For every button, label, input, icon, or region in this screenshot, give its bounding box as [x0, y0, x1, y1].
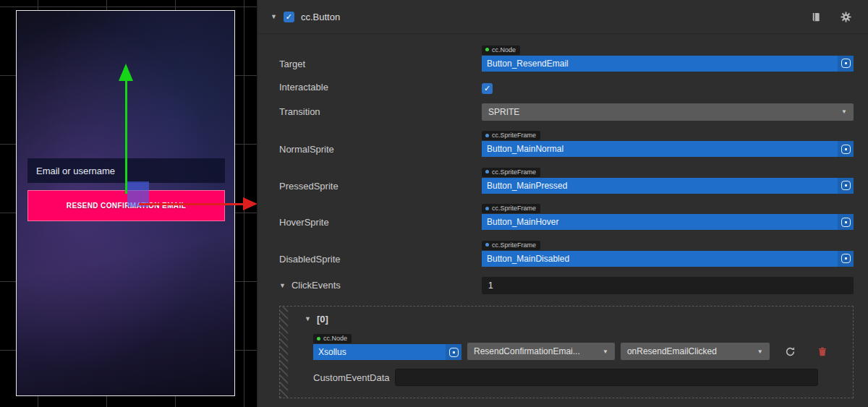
event-handler-dropdown[interactable]: onResendEmailClicked ▼ — [621, 343, 770, 360]
book-icon — [810, 12, 821, 22]
chevron-down-icon: ▼ — [752, 348, 763, 355]
help-docs-icon[interactable] — [807, 8, 823, 25]
event-component-dropdown[interactable]: ResendConfirmationEmai... ▼ — [467, 343, 615, 360]
inspector-panel: ▼ ✓ cc.Button — [257, 0, 868, 407]
normal-sprite-picker-icon[interactable] — [838, 141, 854, 157]
pressed-sprite-picker-icon[interactable] — [838, 178, 854, 194]
custom-event-data-label: CustomEventData — [313, 372, 395, 383]
target-node-picker-icon[interactable] — [838, 56, 854, 72]
property-row-pressed-sprite: PressedSprite cc.SpriteFrame Button_Main… — [279, 163, 854, 194]
gear-icon — [841, 12, 851, 22]
pressed-sprite-label: PressedSprite — [279, 181, 482, 194]
transition-dropdown[interactable]: SPRITE ▼ — [482, 103, 854, 121]
event-0-title: [0] — [317, 314, 328, 325]
spriteframe-type-dot-icon — [485, 170, 489, 173]
collapse-component-icon[interactable]: ▼ — [271, 13, 277, 20]
node-type-dot-icon — [317, 337, 320, 340]
click-events-label: ClickEvents — [292, 280, 341, 291]
event-node-picker-icon[interactable] — [446, 344, 461, 360]
trash-icon — [817, 346, 827, 357]
target-label: Target — [279, 59, 482, 72]
normal-sprite-label: NormalSprite — [279, 144, 482, 157]
normal-sprite-type-badge: cc.SpriteFrame — [482, 131, 540, 140]
click-event-0-block: ▼ [0] cc.Node Xsollus — [279, 306, 854, 399]
component-header: ▼ ✓ cc.Button — [258, 0, 868, 34]
gizmo-y-axis-arrowhead-icon[interactable] — [119, 64, 133, 81]
hover-sprite-type-badge: cc.SpriteFrame — [482, 204, 540, 213]
delete-event-button[interactable] — [814, 343, 830, 360]
property-row-disabled-sprite: DisabledSprite cc.SpriteFrame Button_Mai… — [279, 236, 854, 267]
property-row-target: Target cc.Node Button_ResendEmail — [279, 41, 854, 72]
custom-event-data-row: CustomEventData — [299, 369, 843, 386]
email-input-placeholder: Email or username — [36, 166, 115, 176]
property-row-click-events: ▼ ClickEvents 1 — [279, 277, 854, 294]
component-settings-icon[interactable] — [838, 8, 854, 25]
component-enabled-checkbox[interactable]: ✓ — [284, 12, 294, 22]
gizmo-x-axis-arrow[interactable] — [139, 203, 244, 205]
property-row-normal-sprite: NormalSprite cc.SpriteFrame Button_MainN… — [279, 127, 854, 158]
node-type-dot-icon — [485, 48, 489, 51]
component-title: cc.Button — [301, 12, 340, 22]
interactable-label: Interactable — [279, 82, 482, 93]
disabled-sprite-picker-icon[interactable] — [838, 251, 854, 267]
event-node-type-badge: cc.Node — [313, 334, 352, 343]
target-node-field[interactable]: Button_ResendEmail — [482, 56, 854, 72]
hover-sprite-field[interactable]: Button_MainHover — [482, 214, 854, 230]
click-events-count-field[interactable]: 1 — [482, 277, 854, 294]
interactable-checkbox[interactable]: ✓ — [482, 83, 493, 94]
collapse-click-events-icon[interactable]: ▼ — [279, 282, 286, 289]
refresh-icon — [785, 346, 796, 357]
hover-sprite-picker-icon[interactable] — [838, 214, 854, 230]
collapse-event-0-icon[interactable]: ▼ — [305, 315, 311, 322]
transition-label: Transition — [279, 106, 482, 117]
scene-view[interactable]: Email or username RESEND CONFIRMATION EM… — [0, 0, 257, 407]
property-row-interactable: Interactable ✓ — [279, 78, 854, 97]
resend-email-button-node[interactable]: RESEND CONFIRMATION EMAIL — [27, 190, 225, 221]
pressed-sprite-type-badge: cc.SpriteFrame — [482, 168, 540, 177]
disabled-sprite-field[interactable]: Button_MainDisabled — [482, 251, 854, 267]
spriteframe-type-dot-icon — [485, 207, 489, 210]
spriteframe-type-dot-icon — [485, 243, 489, 247]
gizmo-x-axis-arrowhead-icon[interactable] — [243, 197, 258, 210]
chevron-down-icon: ▼ — [597, 348, 608, 355]
spriteframe-type-dot-icon — [485, 134, 489, 137]
chevron-down-icon: ▼ — [835, 108, 847, 115]
custom-event-data-field[interactable] — [395, 369, 818, 386]
event-node-field[interactable]: Xsollus — [313, 344, 461, 360]
disabled-sprite-type-badge: cc.SpriteFrame — [482, 241, 540, 250]
property-row-transition: Transition SPRITE ▼ — [279, 103, 854, 121]
target-type-badge: cc.Node — [482, 46, 520, 55]
hover-sprite-label: HoverSprite — [279, 217, 482, 230]
property-row-hover-sprite: HoverSprite cc.SpriteFrame Button_MainHo… — [279, 200, 854, 231]
gizmo-y-axis-arrow[interactable] — [125, 80, 127, 194]
event-0-row: cc.Node Xsollus ResendConfirmationEmai..… — [299, 330, 843, 361]
normal-sprite-field[interactable]: Button_MainNormal — [482, 141, 854, 157]
refresh-event-button[interactable] — [783, 343, 798, 360]
disabled-sprite-label: DisabledSprite — [279, 254, 482, 267]
pressed-sprite-field[interactable]: Button_MainPressed — [482, 178, 854, 194]
